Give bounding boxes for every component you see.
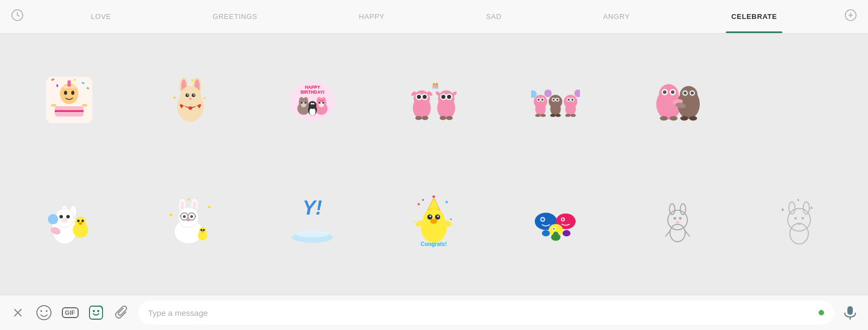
gif-button[interactable]: GIF — [60, 303, 80, 322]
svg-point-160 — [418, 203, 420, 205]
sticker-bear-keepitup[interactable]: keep it up! — [497, 285, 614, 295]
svg-point-200 — [670, 224, 685, 242]
svg-point-163 — [450, 218, 452, 220]
svg-point-133 — [81, 219, 84, 222]
svg-point-202 — [679, 217, 681, 220]
svg-point-201 — [673, 217, 676, 220]
svg-point-174 — [437, 215, 439, 217]
bottom-toolbar: GIF Type a message — [0, 295, 868, 330]
svg-point-83 — [535, 114, 541, 117]
message-placeholder: Type a message — [148, 308, 208, 318]
svg-point-97 — [567, 99, 570, 101]
attach-button[interactable] — [112, 303, 132, 322]
svg-point-149 — [187, 219, 190, 222]
sticker-button[interactable] — [86, 303, 106, 322]
svg-point-199 — [668, 210, 687, 230]
tab-greetings[interactable]: GREETINGS — [207, 0, 263, 33]
sticker-sparkle-bunny2[interactable]: ✦ ✦ ✦ — [741, 163, 857, 279]
svg-rect-18 — [82, 104, 87, 107]
svg-point-64 — [415, 116, 422, 120]
svg-point-128 — [61, 218, 68, 223]
svg-point-267 — [37, 306, 51, 320]
sticker-bunny-bow[interactable]: ✦ ✦ ✦ — [132, 42, 248, 158]
sticker-bear-raise-hand[interactable] — [376, 285, 492, 295]
svg-point-147 — [183, 215, 186, 218]
svg-point-209 — [789, 202, 795, 215]
svg-point-57 — [413, 90, 430, 107]
svg-point-210 — [803, 202, 809, 215]
svg-point-12 — [71, 90, 74, 95]
svg-point-148 — [190, 215, 193, 218]
svg-point-117 — [691, 92, 694, 95]
svg-point-84 — [541, 114, 546, 117]
svg-point-99 — [571, 99, 573, 101]
svg-point-168 — [433, 196, 436, 198]
svg-text:✦: ✦ — [780, 207, 785, 213]
svg-point-65 — [422, 116, 428, 120]
sticker-pink-monsters-pom[interactable] — [497, 42, 614, 158]
svg-point-69 — [441, 95, 445, 99]
add-tab-icon[interactable] — [844, 9, 857, 24]
svg-point-115 — [684, 92, 687, 95]
gif-label[interactable]: GIF — [62, 307, 79, 318]
sticker-sparkle-y[interactable]: Y! — [254, 163, 371, 279]
svg-point-269 — [46, 310, 48, 312]
sticker-bunny-outline[interactable] — [132, 285, 248, 295]
svg-point-90 — [557, 99, 559, 101]
sticker-birthday-man[interactable] — [11, 42, 127, 158]
svg-rect-273 — [847, 306, 853, 315]
sticker-confetti-burst[interactable] — [11, 285, 127, 295]
svg-point-195 — [542, 230, 550, 237]
svg-point-30 — [189, 106, 193, 110]
tab-sad[interactable]: SAD — [481, 0, 507, 33]
svg-point-182 — [541, 218, 544, 221]
tab-angry[interactable]: ANGRY — [598, 0, 635, 33]
tab-happy[interactable]: HAPPY — [353, 0, 390, 33]
svg-point-55 — [312, 103, 314, 105]
svg-rect-16 — [55, 110, 84, 112]
svg-point-94 — [545, 89, 552, 97]
svg-point-212 — [790, 224, 808, 244]
message-input-area[interactable]: Type a message — [138, 301, 834, 325]
tab-list: LOVE GREETINGS HAPPY SAD ANGRY CELEBRATE — [40, 0, 828, 33]
svg-point-171 — [427, 215, 433, 220]
svg-point-162 — [414, 221, 416, 222]
svg-point-101 — [565, 114, 571, 117]
sticker-grid-area: ✦ ✦ ✦ HAPPY BIRTHDAY! — [0, 34, 868, 295]
sticker-pink-monsters-hug[interactable] — [619, 42, 735, 158]
sticker-grid: ✦ ✦ ✦ HAPPY BIRTHDAY! — [11, 42, 857, 295]
svg-point-134 — [79, 222, 82, 225]
sticker-baby-shark-family[interactable] — [497, 163, 614, 279]
svg-point-71 — [447, 95, 451, 99]
mic-button[interactable] — [840, 303, 860, 322]
svg-rect-14 — [67, 80, 71, 86]
svg-point-183 — [542, 218, 543, 219]
svg-point-173 — [430, 215, 431, 217]
sticker-pink-monsters-celebrate[interactable]: 🎊 — [376, 42, 492, 158]
svg-point-24 — [180, 86, 201, 107]
svg-point-53 — [308, 101, 316, 109]
sticker-bunny-glasses-chick[interactable]: ✦ ✦ ✦ — [132, 163, 248, 279]
sticker-bear-small[interactable] — [619, 285, 735, 295]
svg-point-103 — [575, 89, 580, 97]
svg-line-205 — [685, 231, 690, 236]
svg-point-194 — [553, 231, 558, 237]
sticker-tiny-bunny[interactable] — [619, 163, 735, 279]
tab-celebrate[interactable]: CELEBRATE — [726, 0, 782, 33]
sticker-bunny-chick[interactable] — [11, 163, 127, 279]
sticker-congrats-baby[interactable]: Congrats! — [376, 163, 492, 279]
tab-love[interactable]: LOVE — [86, 0, 117, 33]
svg-point-203 — [676, 221, 679, 223]
svg-text:✦: ✦ — [168, 211, 174, 219]
emoji-button[interactable] — [34, 303, 54, 322]
svg-point-126 — [60, 215, 63, 218]
svg-point-92 — [551, 114, 556, 117]
svg-point-59 — [417, 95, 421, 99]
close-button[interactable] — [8, 303, 28, 322]
svg-point-268 — [41, 310, 42, 312]
svg-text:BIRTHDAY!: BIRTHDAY! — [301, 90, 324, 95]
svg-point-111 — [669, 116, 678, 120]
history-icon[interactable] — [11, 9, 24, 24]
svg-point-172 — [435, 215, 441, 220]
sticker-happy-birthday[interactable]: HAPPY BIRTHDAY! — [254, 42, 371, 158]
